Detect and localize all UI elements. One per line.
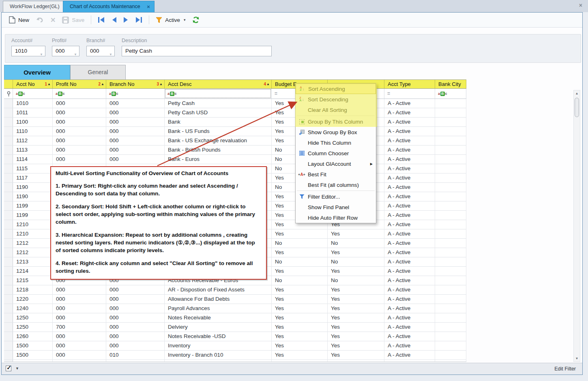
grid-cell: 000 <box>53 118 106 126</box>
filter-cell-profit-no[interactable]: aBc <box>53 89 106 98</box>
edit-filter-link[interactable]: Edit Filter <box>554 363 576 375</box>
menu-item-best-fit[interactable]: +A+Best Fit <box>296 169 376 180</box>
column-header-profit-no[interactable]: Profit No2▲ <box>53 80 106 88</box>
scroll-up-icon[interactable]: ▲ <box>574 92 580 95</box>
table-row[interactable]: 1218000000AR - Dispostion of Fixed Asset… <box>4 285 466 295</box>
undo-button[interactable] <box>32 15 47 25</box>
grid-cell: 1190 <box>13 183 53 192</box>
chevron-down-icon[interactable]: ▼ <box>15 366 19 370</box>
table-row[interactable]: 1500000020Inventory - Branch 020YesYesA … <box>4 360 466 362</box>
grid-cell: 1199 <box>13 211 53 220</box>
grid-cell <box>435 211 466 220</box>
tab-overview[interactable]: Overview <box>4 65 70 79</box>
table-row[interactable]: 1500000010Inventory - Branch 010YesYesA … <box>4 351 466 360</box>
grid-cell: 1100 <box>13 118 53 126</box>
menu-item-sort-descending[interactable]: ZA↓Sort Descending <box>296 94 376 105</box>
table-row[interactable]: 1240000000Payroll AdvancesYesYesA - Acti… <box>4 304 466 313</box>
table-row[interactable]: 1500000000InventoryYesYesA - Active <box>4 341 466 351</box>
table-row[interactable]: 1100000000BankYesA - Active <box>4 118 466 127</box>
grid-cell: A - Active <box>384 211 435 220</box>
new-button-label: New <box>18 17 29 23</box>
grid-cell: Bank - US Funds <box>165 127 272 136</box>
grid-cell: 000 <box>53 155 106 164</box>
table-row[interactable]: 1260000000Notes Receivable -USDYesYesA -… <box>4 332 466 341</box>
filter-active-dropdown[interactable]: Active ▾ <box>152 15 189 25</box>
menu-item-hide-this-column[interactable]: Hide This Column <box>296 137 376 148</box>
grid-cell: 1250 <box>13 323 53 332</box>
scroll-down-icon[interactable]: ▼ <box>574 357 580 360</box>
filter-cell-acct-type[interactable]: = <box>384 89 435 98</box>
table-row[interactable]: 1011000000Petty Cash USDYesA - Active <box>4 108 466 118</box>
menu-item-group-by-this-column[interactable]: Group By This Column <box>296 116 376 127</box>
sort-priority-indicator: 4▲ <box>264 82 271 86</box>
menu-item-hide-auto-filter-row[interactable]: Hide Auto Filter Row <box>296 212 376 223</box>
menu-item-best-fit-all-columns[interactable]: Best Fit (all columns) <box>296 180 376 190</box>
grid-cell: No <box>328 257 384 266</box>
chevron-down-icon: ▼ <box>74 50 77 60</box>
filter-cell-blank[interactable] <box>4 89 13 98</box>
tab-general[interactable]: General <box>70 65 126 79</box>
tabstrip-close-icon[interactable]: × <box>579 2 582 9</box>
nav-next-button[interactable] <box>120 15 132 24</box>
table-row[interactable]: 1113000000Bank - British PoundsNoA - Act… <box>4 146 466 155</box>
grid-cell: 000 <box>53 146 106 154</box>
filter-cell-bank-city[interactable]: aBc <box>435 89 466 98</box>
menu-item-label: Sort Ascending <box>308 86 345 92</box>
nav-previous-button[interactable] <box>108 15 120 24</box>
filter-cell-acct-no[interactable]: aBc <box>13 89 53 98</box>
menu-item-label: Sort Descending <box>308 96 348 103</box>
menu-item-sort-ascending[interactable]: AZ↓Sort Ascending <box>296 83 376 94</box>
column-header-bank-city[interactable]: Bank City <box>435 80 466 88</box>
description-field[interactable]: Petty Cash <box>122 46 272 56</box>
vertical-scrollbar[interactable]: ▲ ▼ <box>573 90 580 362</box>
column-header-acct-no[interactable]: Acct No1▲ <box>13 80 53 88</box>
table-row[interactable]: 1250700000DelvieryYesYesA - Active <box>4 323 466 332</box>
grid-cell: 1500 <box>13 351 53 360</box>
grid-cell: 000 <box>106 285 165 294</box>
branch-field[interactable]: 000▼ <box>86 46 115 56</box>
account-field[interactable]: 1010▼ <box>11 46 45 56</box>
table-row[interactable]: 1114000000Bank - EurosNoA - Active <box>4 155 466 164</box>
menu-item-filter-editor[interactable]: Filter Editor... <box>296 191 376 202</box>
table-row[interactable]: 1110000000Bank - US FundsYesA - Active <box>4 127 466 136</box>
grid-cell: 000 <box>53 99 106 108</box>
row-indicator <box>4 341 13 350</box>
nav-first-button[interactable] <box>94 15 108 24</box>
table-row[interactable]: 1220000000Allowance For Bad DebtsYesYesA… <box>4 295 466 304</box>
save-button[interactable]: Save <box>59 15 88 25</box>
table-row[interactable]: 1010000000Petty CashYesA - Active <box>4 99 466 108</box>
scrollbar-thumb[interactable] <box>575 98 579 117</box>
filter-cell-branch-no[interactable]: aBc <box>106 89 165 98</box>
menu-item-clear-all-sorting[interactable]: Clear All Sorting <box>296 105 376 115</box>
grid-cell: A - Active <box>384 248 435 257</box>
column-header-acct-type[interactable]: Acct Type <box>384 80 435 88</box>
refresh-button[interactable] <box>189 15 203 25</box>
row-indicator <box>4 155 13 164</box>
menu-item-show-find-panel[interactable]: Show Find Panel <box>296 202 376 212</box>
table-row[interactable]: 1250000000Notes ReceivableYesYesA - Acti… <box>4 313 466 323</box>
grid-cell: A - Active <box>384 220 435 229</box>
row-indicator <box>4 164 13 173</box>
menu-item-column-chooser[interactable]: Column Chooser <box>296 148 376 158</box>
tab-chart-of-accounts[interactable]: Chart of Accounts Maintenance × <box>63 1 155 12</box>
grid-cell: Notes Receivable -USD <box>165 332 272 341</box>
filter-cell-acct-desc[interactable]: aBc <box>165 89 272 98</box>
profit-field[interactable]: 000▼ <box>52 46 79 56</box>
grid-cell: 1220 <box>13 295 53 304</box>
delete-button[interactable]: ✕ <box>47 15 59 26</box>
column-header-branch-no[interactable]: Branch No3▲ <box>106 80 165 88</box>
menu-item-show-group-by-box[interactable]: Show Group By Box <box>296 127 376 137</box>
table-row[interactable]: 1112000000Bank - US Exchange revaluation… <box>4 136 466 146</box>
tab-workflow-ledger[interactable]: WorkFlow Ledger(GL) <box>3 1 67 12</box>
tab-close-icon[interactable]: × <box>147 1 150 12</box>
grid-cell <box>435 192 466 201</box>
column-header-acct-desc[interactable]: Acct Desc4▲ <box>165 80 272 88</box>
filter-enabled-checkbox[interactable] <box>6 366 11 371</box>
grid-cell <box>435 183 466 192</box>
grid-cell: 1240 <box>13 304 53 313</box>
new-button[interactable]: New <box>6 15 32 25</box>
nav-last-button[interactable] <box>132 15 146 24</box>
menu-item-layout-glaccount[interactable]: Layout GlAccount▶ <box>296 158 376 169</box>
grid-cell: 000 <box>53 360 106 362</box>
column-header-blank[interactable] <box>4 80 13 88</box>
